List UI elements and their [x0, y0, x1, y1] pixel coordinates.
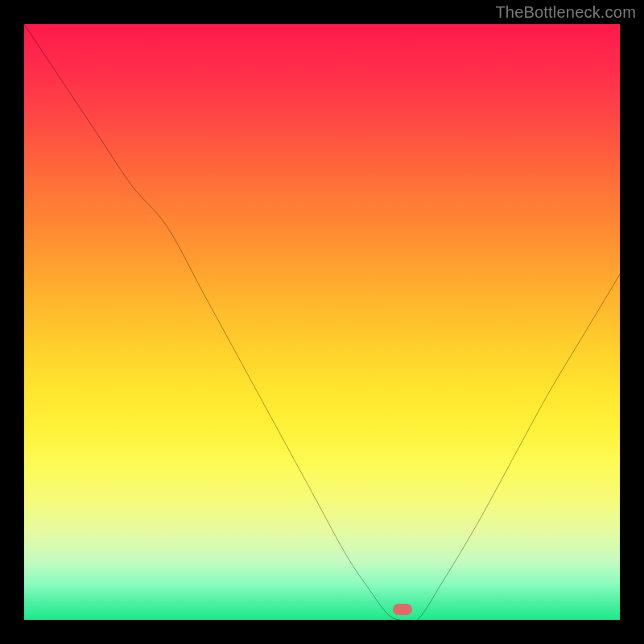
plot-area — [24, 24, 620, 620]
optimal-point-marker — [393, 604, 412, 615]
watermark-text: TheBottleneck.com — [495, 3, 636, 22]
bottleneck-curve — [24, 24, 620, 620]
chart-frame: TheBottleneck.com — [0, 0, 644, 644]
